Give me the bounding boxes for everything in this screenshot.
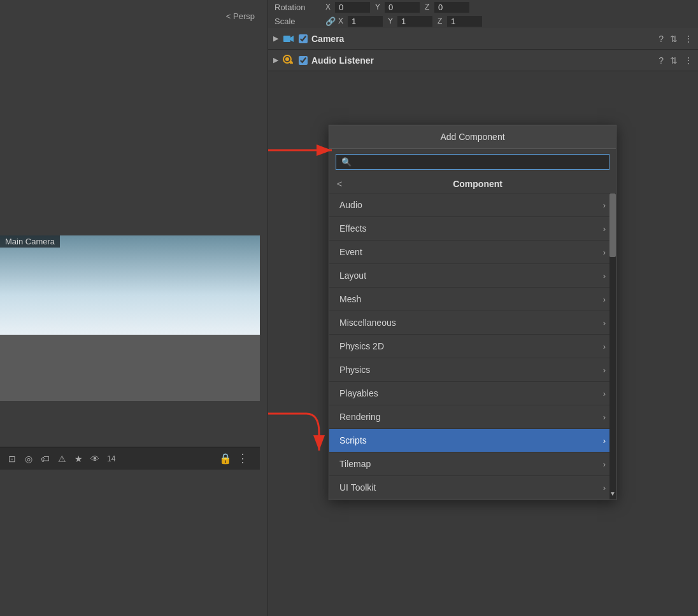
scrollbar-thumb[interactable]: [609, 193, 616, 257]
camera-checkbox[interactable]: [299, 34, 308, 43]
camera-more-icon[interactable]: ⋮: [684, 34, 693, 44]
list-item-tilemap-arrow: ›: [603, 459, 606, 469]
scale-label: Scale: [274, 17, 325, 26]
left-panel: < Persp Main Camera ⊡ ◎ 🏷 ⚠ ★ 👁 14 🔒 ⋮: [0, 0, 267, 616]
audio-listener-help-icon[interactable]: ?: [659, 55, 664, 66]
toolbar-icon-star[interactable]: ★: [71, 452, 85, 466]
camera-settings-icon[interactable]: ⇅: [670, 34, 678, 44]
list-item-scripts-arrow: ›: [603, 436, 606, 445]
list-item-event[interactable]: Event ›: [329, 241, 616, 264]
list-item-physics-label: Physics: [339, 365, 370, 375]
audio-listener-icon: [282, 54, 295, 67]
audio-listener-component-row: ▶ Audio Listener ? ⇅ ⋮: [268, 50, 698, 71]
scrollbar-down[interactable]: ▼: [609, 487, 616, 500]
camera-actions: ? ⇅ ⋮: [659, 34, 693, 44]
search-icon: 🔍: [341, 157, 352, 167]
toolbar-icon-export[interactable]: ⊡: [5, 452, 19, 466]
rotation-fields: X Y Z: [325, 2, 469, 13]
audio-listener-settings-icon[interactable]: ⇅: [670, 55, 678, 66]
scale-fields: X Y Z: [338, 16, 482, 27]
list-item-scripts[interactable]: Scripts ›: [329, 429, 616, 452]
list-item-playables-label: Playables: [339, 388, 378, 398]
svg-marker-1: [290, 36, 294, 42]
audio-listener-actions: ? ⇅ ⋮: [659, 55, 693, 66]
list-item-layout[interactable]: Layout ›: [329, 264, 616, 288]
list-item-audio[interactable]: Audio ›: [329, 193, 616, 217]
list-item-physics[interactable]: Physics ›: [329, 358, 616, 382]
audio-listener-expand-arrow[interactable]: ▶: [273, 56, 278, 64]
rotation-y-group: Y: [375, 2, 420, 13]
list-item-uitoolkit-arrow: ›: [603, 483, 606, 493]
list-item-event-label: Event: [339, 247, 362, 257]
toolbar-icon-warning[interactable]: ⚠: [55, 452, 69, 466]
viewport-ground: [0, 335, 260, 401]
list-item-uitoolkit[interactable]: UI Toolkit ›: [329, 476, 616, 500]
audio-listener-more-icon[interactable]: ⋮: [684, 55, 693, 66]
bottom-toolbar: ⊡ ◎ 🏷 ⚠ ★ 👁 14 🔒 ⋮: [0, 447, 260, 470]
list-item-playables[interactable]: Playables ›: [329, 382, 616, 405]
list-item-uitoolkit-label: UI Toolkit: [339, 482, 376, 493]
scale-z-axis: Z: [438, 17, 445, 25]
scale-y-input[interactable]: [397, 16, 432, 27]
search-input[interactable]: [355, 157, 604, 167]
rotation-x-group: X: [325, 2, 370, 13]
rotation-x-input[interactable]: [335, 2, 370, 13]
scale-z-group: Z: [438, 16, 482, 27]
list-item-physics2d[interactable]: Physics 2D ›: [329, 335, 616, 358]
toolbar-icon-target[interactable]: ◎: [22, 452, 36, 466]
scale-z-input[interactable]: [447, 16, 482, 27]
popup-list: Audio › Effects › Event › Layout › Mesh …: [329, 193, 616, 500]
rotation-z-input[interactable]: [434, 2, 469, 13]
list-item-playables-arrow: ›: [603, 389, 606, 398]
rotation-row: Rotation X Y Z: [268, 0, 698, 14]
camera-expand-arrow[interactable]: ▶: [273, 34, 278, 43]
scale-link-icon: 🔗: [325, 17, 336, 26]
scale-y-axis: Y: [388, 17, 395, 25]
list-item-rendering-arrow: ›: [603, 412, 606, 422]
list-item-rendering[interactable]: Rendering ›: [329, 405, 616, 429]
list-back-button[interactable]: <: [337, 179, 342, 189]
list-item-effects[interactable]: Effects ›: [329, 217, 616, 241]
list-item-rendering-label: Rendering: [339, 412, 381, 422]
list-item-effects-label: Effects: [339, 223, 367, 234]
list-item-mesh-label: Mesh: [339, 294, 361, 304]
audio-listener-checkbox[interactable]: [299, 56, 308, 65]
toolbar-icon-eye[interactable]: 👁: [88, 452, 102, 466]
list-item-miscellaneous-label: Miscellaneous: [339, 318, 396, 328]
list-item-physics2d-arrow: ›: [603, 342, 606, 351]
rotation-z-axis: Z: [425, 3, 432, 11]
scale-x-input[interactable]: [348, 16, 383, 27]
scrollbar-track: ▼: [609, 193, 616, 500]
list-item-miscellaneous[interactable]: Miscellaneous ›: [329, 311, 616, 335]
list-item-event-arrow: ›: [603, 248, 606, 257]
add-component-popup: Add Component 🔍 < Component Audio › Effe…: [329, 125, 616, 500]
camera-help-icon[interactable]: ?: [659, 34, 664, 44]
persp-label: < Persp: [226, 11, 255, 21]
scale-x-axis: X: [338, 17, 346, 25]
rotation-label: Rotation: [274, 3, 325, 12]
rotation-y-input[interactable]: [385, 2, 420, 13]
toolbar-icon-tag[interactable]: 🏷: [38, 452, 52, 466]
list-item-tilemap[interactable]: Tilemap ›: [329, 452, 616, 476]
right-panel: Rotation X Y Z Scale 🔗 X Y: [267, 0, 698, 616]
list-item-miscellaneous-arrow: ›: [603, 318, 606, 328]
toolbar-count-value: 14: [107, 454, 115, 463]
list-title: Component: [347, 179, 608, 189]
viewport-preview: [0, 235, 260, 401]
search-wrapper: 🔍: [336, 154, 609, 170]
svg-point-3: [285, 57, 289, 61]
camera-component-row: ▶ Camera ? ⇅ ⋮: [268, 28, 698, 50]
rotation-x-axis: X: [325, 3, 333, 11]
scale-y-group: Y: [388, 16, 432, 27]
popup-header: Add Component: [329, 125, 616, 149]
toolbar-lock-icon[interactable]: 🔒: [219, 452, 232, 465]
list-item-physics-arrow: ›: [603, 365, 606, 375]
list-item-layout-arrow: ›: [603, 271, 606, 281]
list-item-audio-arrow: ›: [603, 200, 606, 210]
list-item-mesh[interactable]: Mesh ›: [329, 288, 616, 311]
popup-list-header: < Component: [329, 175, 616, 193]
list-item-layout-label: Layout: [339, 270, 366, 281]
audio-listener-name: Audio Listener: [311, 55, 655, 66]
toolbar-more-icon[interactable]: ⋮: [237, 451, 248, 465]
scale-x-group: X: [338, 16, 383, 27]
